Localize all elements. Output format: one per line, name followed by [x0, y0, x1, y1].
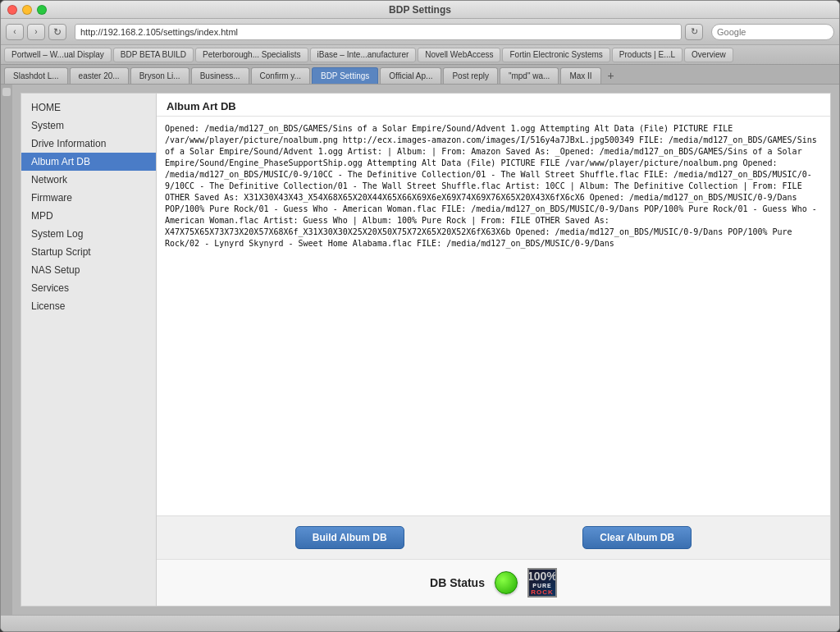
- tab-mpd[interactable]: "mpd" wa...: [500, 67, 559, 84]
- bookmark-portwell[interactable]: Portwell – W...ual Display: [4, 48, 112, 62]
- tab-official[interactable]: Official Ap...: [380, 67, 441, 84]
- back-button[interactable]: ‹: [6, 24, 24, 40]
- window-frame: BDP Settings ‹ › ↻ ↻ Portwell – W...ual …: [0, 0, 840, 632]
- sidebar-item-startup-script[interactable]: Startup Script: [21, 243, 156, 261]
- maximize-button[interactable]: [37, 5, 47, 15]
- bookmark-novell[interactable]: Novell WebAccess: [418, 48, 500, 62]
- tab-business[interactable]: Business...: [191, 67, 249, 84]
- go-button[interactable]: ↻: [685, 24, 703, 40]
- window-title: BDP Settings: [389, 4, 451, 16]
- close-button[interactable]: [7, 5, 17, 15]
- traffic-lights: [7, 5, 47, 15]
- refresh-button[interactable]: ↻: [48, 24, 66, 40]
- sidebar-item-mpd[interactable]: MPD: [21, 207, 156, 225]
- bookmark-products[interactable]: Products | E...L: [612, 48, 682, 62]
- content-area: Album Art DB Opened: /media/md127_on_BDS…: [156, 93, 831, 607]
- page-title: Album Art DB: [157, 94, 830, 117]
- address-bar-container: ↻: [75, 24, 703, 40]
- bookmark-ibase[interactable]: iBase – Inte...anufacturer: [310, 48, 417, 62]
- log-output[interactable]: Opened: /media/md127_on_BDS/GAMES/Sins o…: [157, 117, 830, 515]
- db-status-label: DB Status: [430, 576, 485, 589]
- sidebar-item-firmware[interactable]: Firmware: [21, 189, 156, 207]
- sidebar-item-nas-setup[interactable]: NAS Setup: [21, 261, 156, 279]
- tab-slashdot[interactable]: Slashdot L...: [4, 67, 68, 84]
- sidebar-item-network[interactable]: Network: [21, 171, 156, 189]
- album-thumbnail: 100% PURE ROCK: [527, 568, 557, 598]
- tabs-bar: Slashdot L... easter 20... Bryson Li... …: [1, 65, 839, 85]
- sidebar-nav: HOME System Drive Information Album Art …: [21, 93, 156, 607]
- tab-post-reply[interactable]: Post reply: [443, 67, 497, 84]
- address-bar[interactable]: [75, 24, 682, 40]
- build-album-db-button[interactable]: Build Album DB: [295, 526, 404, 549]
- sidebar-item-services[interactable]: Services: [21, 279, 156, 297]
- clear-album-db-button[interactable]: Clear Album DB: [582, 526, 692, 549]
- main-area: HOME System Drive Information Album Art …: [1, 85, 839, 615]
- sidebar-item-license[interactable]: License: [21, 297, 156, 315]
- bookmark-overview[interactable]: Overview: [684, 48, 733, 62]
- db-status-indicator: [495, 571, 518, 594]
- settings-container: HOME System Drive Information Album Art …: [12, 85, 839, 615]
- browser-toolbar: ‹ › ↻ ↻: [1, 19, 839, 45]
- left-strip-icon: [2, 88, 11, 96]
- bookmark-fortin[interactable]: Fortin Electronic Systems: [502, 48, 609, 62]
- sidebar-item-home[interactable]: HOME: [21, 98, 156, 117]
- bookmarks-bar: Portwell – W...ual Display BDP BETA BUIL…: [1, 45, 839, 65]
- tab-easter[interactable]: easter 20...: [70, 67, 129, 84]
- bookmark-bdp[interactable]: BDP BETA BUILD: [113, 48, 194, 62]
- left-strip: [1, 85, 12, 615]
- search-input[interactable]: [711, 24, 834, 40]
- sidebar-item-album-art-db[interactable]: Album Art DB: [21, 153, 156, 171]
- sidebar-item-system-log[interactable]: System Log: [21, 225, 156, 243]
- tab-bryson[interactable]: Bryson Li...: [130, 67, 189, 84]
- bookmark-peterborough[interactable]: Peterborough... Specialists: [195, 48, 308, 62]
- forward-button[interactable]: ›: [27, 24, 45, 40]
- new-tab-button[interactable]: +: [603, 67, 619, 84]
- sidebar-item-drive-information[interactable]: Drive Information: [21, 135, 156, 153]
- title-bar: BDP Settings: [1, 1, 839, 19]
- tab-bdp-settings[interactable]: BDP Settings: [312, 67, 378, 84]
- status-bar: [1, 615, 839, 631]
- tab-confirm[interactable]: Confirm y...: [251, 67, 310, 84]
- sidebar-item-system[interactable]: System: [21, 117, 156, 135]
- db-status-row: DB Status 100% PURE ROCK: [157, 559, 830, 606]
- minimize-button[interactable]: [22, 5, 32, 15]
- tab-max[interactable]: Max II: [560, 67, 600, 84]
- buttons-row: Build Album DB Clear Album DB: [157, 515, 830, 559]
